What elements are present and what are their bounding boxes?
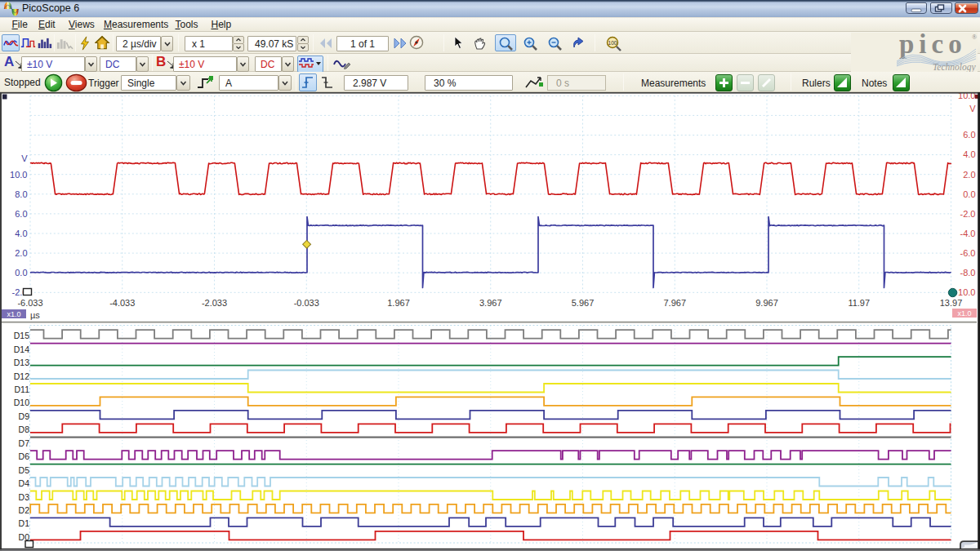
svg-text:D6: D6 [19,451,30,461]
svg-text:0.0: 0.0 [15,268,27,278]
svg-text:13.97: 13.97 [940,298,963,308]
svg-text:D5: D5 [19,465,30,475]
svg-text:4.0: 4.0 [963,149,975,159]
svg-text:V: V [21,153,28,163]
svg-text:x1.0: x1.0 [957,309,971,318]
svg-text:D9: D9 [19,411,30,421]
svg-text:D1: D1 [19,518,30,528]
svg-text:2.0: 2.0 [15,248,27,258]
svg-text:10.0: 10.0 [958,287,975,297]
svg-text:x1.0: x1.0 [7,310,20,318]
svg-text:0.0: 0.0 [963,189,975,199]
svg-text:V: V [969,104,976,113]
svg-text:D4: D4 [19,478,30,488]
svg-text:D7: D7 [19,438,30,448]
svg-text:D15: D15 [14,331,29,340]
svg-text:D12: D12 [14,371,29,381]
svg-text:D11: D11 [15,384,30,394]
svg-text:-4.0: -4.0 [960,229,976,238]
svg-text:3.967: 3.967 [479,298,502,308]
svg-text:1.967: 1.967 [387,298,410,308]
svg-text:8.0: 8.0 [15,189,27,199]
svg-text:D3: D3 [19,492,30,502]
svg-text:-6.0: -6.0 [960,248,976,258]
svg-text:-4.033: -4.033 [109,298,135,308]
svg-text:D2: D2 [19,505,30,515]
svg-text:µs: µs [30,310,40,320]
svg-text:-2.033: -2.033 [202,298,227,308]
svg-text:-0.033: -0.033 [294,298,319,308]
svg-text:10.0: 10.0 [10,170,27,180]
svg-text:-8.0: -8.0 [960,268,976,278]
svg-text:9.967: 9.967 [755,298,778,308]
svg-text:5.967: 5.967 [572,298,595,308]
svg-text:-2.0: -2.0 [960,209,976,219]
svg-text:11.97: 11.97 [848,298,870,308]
svg-text:6.0: 6.0 [15,209,27,219]
svg-text:-6.033: -6.033 [17,298,42,308]
svg-text:D13: D13 [14,358,29,367]
svg-text:10.0: 10.0 [958,91,975,100]
svg-text:4.0: 4.0 [15,229,27,238]
svg-text:D8: D8 [19,424,30,434]
svg-text:D10: D10 [14,398,29,407]
svg-text:2.0: 2.0 [963,170,975,180]
svg-text:7.967: 7.967 [663,298,686,308]
svg-text:6.0: 6.0 [963,130,975,140]
svg-text:D14: D14 [14,344,29,354]
